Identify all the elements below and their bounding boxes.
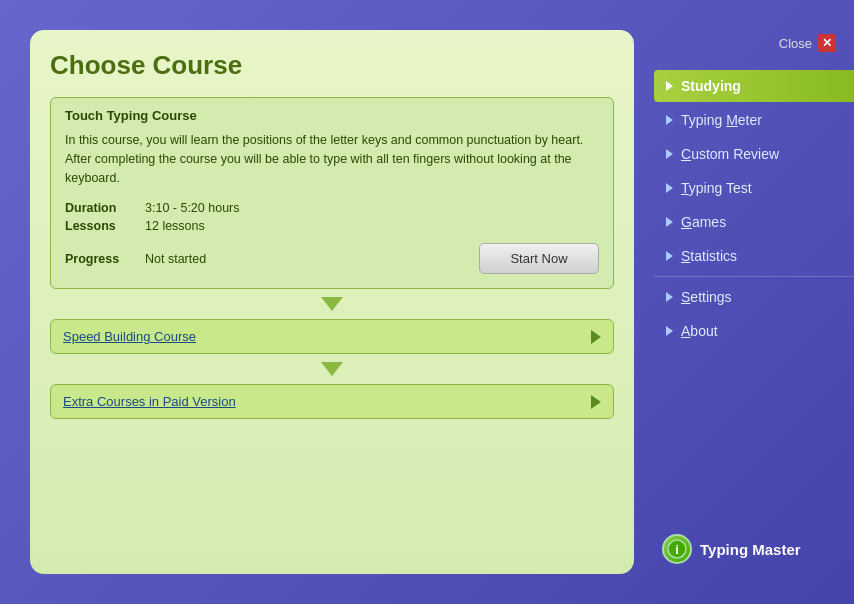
close-button[interactable]: Close ✕	[771, 30, 844, 56]
sidebar-statistics-label: Statistics	[681, 248, 737, 264]
chevron-left-custom-review-icon	[666, 149, 673, 159]
progress-label: Progress	[65, 252, 145, 266]
arrow-down-icon-2	[321, 362, 343, 376]
sidebar-separator	[654, 276, 854, 277]
speed-building-title: Speed Building Course	[63, 329, 196, 344]
speed-building-course-row[interactable]: Speed Building Course	[50, 319, 614, 354]
arrow-divider-1	[50, 297, 614, 311]
sidebar-item-typing-meter[interactable]: Typing Meter	[654, 104, 854, 136]
sidebar-settings-label: Settings	[681, 289, 732, 305]
progress-row: Progress Not started	[65, 252, 479, 266]
close-icon[interactable]: ✕	[818, 34, 836, 52]
logo-text: Typing Master	[700, 541, 801, 558]
progress-value: Not started	[145, 252, 479, 266]
page-title: Choose Course	[50, 50, 614, 81]
duration-label: Duration	[65, 201, 145, 215]
start-now-button[interactable]: Start Now	[479, 243, 599, 274]
sidebar-about-label: About	[681, 323, 718, 339]
sidebar-item-settings[interactable]: Settings	[654, 281, 854, 313]
sidebar-item-about[interactable]: About	[654, 315, 854, 347]
chevron-left-studying-icon	[666, 81, 673, 91]
course-main-title: Touch Typing Course	[65, 108, 599, 123]
logo-area: i Typing Master	[654, 524, 854, 574]
sidebar-item-games[interactable]: Games	[654, 206, 854, 238]
extra-courses-row[interactable]: Extra Courses in Paid Version	[50, 384, 614, 419]
arrow-down-icon-1	[321, 297, 343, 311]
lessons-value: 12 lessons	[145, 219, 599, 233]
sidebar-typing-meter-label: Typing Meter	[681, 112, 762, 128]
main-panel: Choose Course Touch Typing Course In thi…	[30, 30, 634, 574]
sidebar-typing-test-label: Typing Test	[681, 180, 752, 196]
sidebar-spacer	[654, 347, 854, 524]
sidebar-item-typing-test[interactable]: Typing Test	[654, 172, 854, 204]
sidebar-item-custom-review[interactable]: Custom Review	[654, 138, 854, 170]
course-meta: Duration 3:10 - 5:20 hours Lessons 12 le…	[65, 201, 599, 233]
svg-text:i: i	[675, 542, 679, 557]
chevron-left-statistics-icon	[666, 251, 673, 261]
lessons-label: Lessons	[65, 219, 145, 233]
chevron-down-icon-speed	[591, 330, 601, 344]
sidebar-games-label: Games	[681, 214, 726, 230]
sidebar-nav: Studying Typing Meter Custom Review Typi…	[654, 70, 854, 347]
chevron-down-icon-extra	[591, 395, 601, 409]
chevron-left-settings-icon	[666, 292, 673, 302]
sidebar: Studying Typing Meter Custom Review Typi…	[654, 30, 854, 574]
arrow-divider-2	[50, 362, 614, 376]
course-description: In this course, you will learn the posit…	[65, 131, 599, 187]
sidebar-item-statistics[interactable]: Statistics	[654, 240, 854, 272]
app-window: Close ✕ Choose Course Touch Typing Cours…	[0, 0, 854, 604]
sidebar-custom-review-label: Custom Review	[681, 146, 779, 162]
chevron-left-about-icon	[666, 326, 673, 336]
course-bottom-row: Progress Not started Start Now	[65, 243, 599, 274]
close-label: Close	[779, 36, 812, 51]
chevron-left-typing-test-icon	[666, 183, 673, 193]
chevron-left-games-icon	[666, 217, 673, 227]
touch-typing-course-card: Touch Typing Course In this course, you …	[50, 97, 614, 289]
chevron-left-typing-meter-icon	[666, 115, 673, 125]
sidebar-item-studying[interactable]: Studying	[654, 70, 854, 102]
typing-master-logo-icon: i	[662, 534, 692, 564]
extra-courses-title: Extra Courses in Paid Version	[63, 394, 236, 409]
duration-value: 3:10 - 5:20 hours	[145, 201, 599, 215]
sidebar-studying-label: Studying	[681, 78, 741, 94]
